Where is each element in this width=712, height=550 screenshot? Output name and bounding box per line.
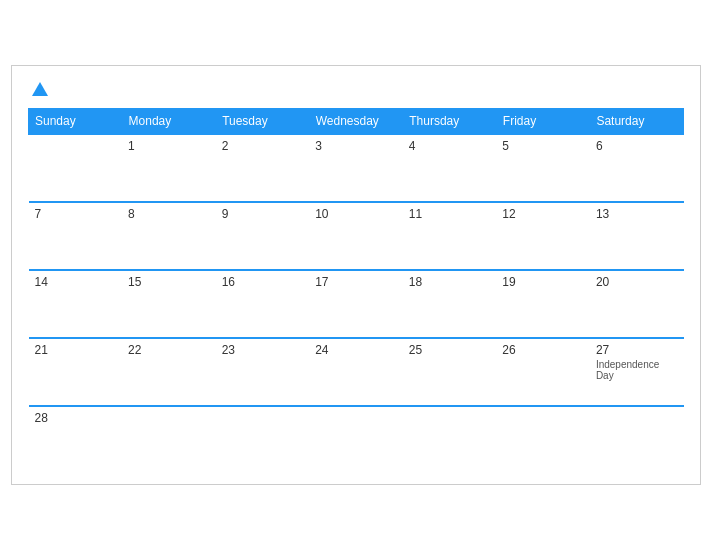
calendar-day-cell: 26 <box>496 338 590 406</box>
calendar-day-cell: 4 <box>403 134 497 202</box>
calendar-day-cell: 21 <box>29 338 123 406</box>
calendar-day-cell: 12 <box>496 202 590 270</box>
calendar-day-cell <box>309 406 403 474</box>
day-number: 17 <box>315 275 397 289</box>
col-tuesday: Tuesday <box>216 109 310 135</box>
calendar-day-cell <box>216 406 310 474</box>
calendar-day-cell: 20 <box>590 270 684 338</box>
calendar-day-cell: 3 <box>309 134 403 202</box>
logo-blue-row <box>28 82 48 96</box>
day-number: 16 <box>222 275 304 289</box>
logo-triangle-icon <box>32 82 48 96</box>
event-label: Independence Day <box>596 359 678 381</box>
calendar-week-row: 123456 <box>29 134 684 202</box>
calendar-table: Sunday Monday Tuesday Wednesday Thursday… <box>28 108 684 474</box>
calendar-day-cell <box>29 134 123 202</box>
day-number: 19 <box>502 275 584 289</box>
day-number: 6 <box>596 139 678 153</box>
calendar-week-row: 21222324252627Independence Day <box>29 338 684 406</box>
calendar-week-row: 28 <box>29 406 684 474</box>
day-number: 2 <box>222 139 304 153</box>
calendar-day-cell: 18 <box>403 270 497 338</box>
day-number: 3 <box>315 139 397 153</box>
calendar-day-cell: 8 <box>122 202 216 270</box>
calendar-day-cell: 17 <box>309 270 403 338</box>
calendar-day-cell <box>590 406 684 474</box>
calendar-day-cell <box>403 406 497 474</box>
col-sunday: Sunday <box>29 109 123 135</box>
day-number: 8 <box>128 207 210 221</box>
calendar-day-cell: 5 <box>496 134 590 202</box>
logo <box>28 82 48 96</box>
calendar-week-row: 78910111213 <box>29 202 684 270</box>
day-number: 18 <box>409 275 491 289</box>
calendar-day-cell: 15 <box>122 270 216 338</box>
calendar-wrapper: Sunday Monday Tuesday Wednesday Thursday… <box>11 65 701 485</box>
col-thursday: Thursday <box>403 109 497 135</box>
day-number: 24 <box>315 343 397 357</box>
calendar-day-cell: 24 <box>309 338 403 406</box>
day-number: 10 <box>315 207 397 221</box>
day-number: 11 <box>409 207 491 221</box>
day-number: 23 <box>222 343 304 357</box>
day-number: 14 <box>35 275 117 289</box>
day-number: 1 <box>128 139 210 153</box>
day-number: 15 <box>128 275 210 289</box>
day-number: 4 <box>409 139 491 153</box>
calendar-day-cell: 10 <box>309 202 403 270</box>
calendar-day-cell: 28 <box>29 406 123 474</box>
calendar-header-row: Sunday Monday Tuesday Wednesday Thursday… <box>29 109 684 135</box>
calendar-day-cell: 23 <box>216 338 310 406</box>
calendar-day-cell: 6 <box>590 134 684 202</box>
col-monday: Monday <box>122 109 216 135</box>
calendar-day-cell <box>122 406 216 474</box>
col-friday: Friday <box>496 109 590 135</box>
day-number: 20 <box>596 275 678 289</box>
day-number: 22 <box>128 343 210 357</box>
calendar-day-cell: 1 <box>122 134 216 202</box>
col-wednesday: Wednesday <box>309 109 403 135</box>
calendar-day-cell: 7 <box>29 202 123 270</box>
day-number: 21 <box>35 343 117 357</box>
calendar-day-cell: 19 <box>496 270 590 338</box>
calendar-day-cell <box>496 406 590 474</box>
calendar-day-cell: 27Independence Day <box>590 338 684 406</box>
day-number: 27 <box>596 343 678 357</box>
calendar-day-cell: 25 <box>403 338 497 406</box>
calendar-day-cell: 2 <box>216 134 310 202</box>
calendar-day-cell: 13 <box>590 202 684 270</box>
calendar-week-row: 14151617181920 <box>29 270 684 338</box>
day-number: 25 <box>409 343 491 357</box>
day-number: 26 <box>502 343 584 357</box>
col-saturday: Saturday <box>590 109 684 135</box>
day-number: 13 <box>596 207 678 221</box>
calendar-day-cell: 16 <box>216 270 310 338</box>
calendar-header <box>28 82 684 96</box>
day-number: 5 <box>502 139 584 153</box>
day-number: 7 <box>35 207 117 221</box>
day-number: 12 <box>502 207 584 221</box>
calendar-day-cell: 14 <box>29 270 123 338</box>
day-number: 28 <box>35 411 117 425</box>
calendar-day-cell: 22 <box>122 338 216 406</box>
calendar-day-cell: 11 <box>403 202 497 270</box>
calendar-day-cell: 9 <box>216 202 310 270</box>
day-number: 9 <box>222 207 304 221</box>
